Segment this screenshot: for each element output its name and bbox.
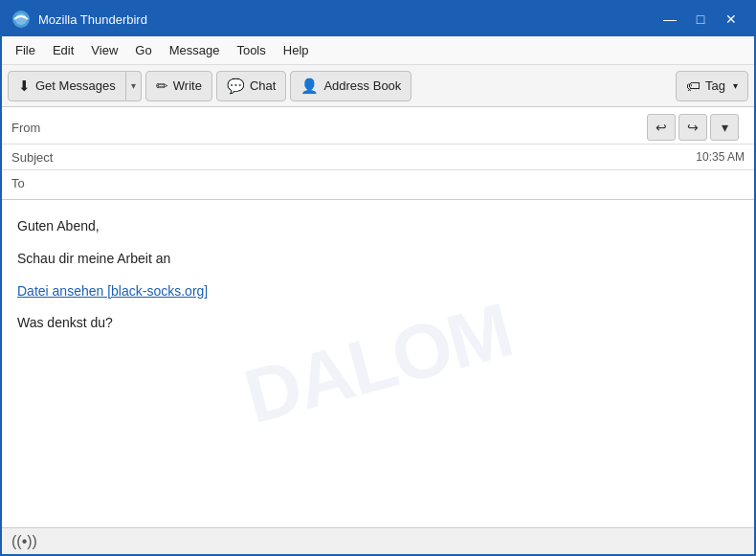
svg-point-1: [15, 13, 27, 25]
menu-message[interactable]: Message: [162, 40, 228, 60]
menu-file[interactable]: File: [8, 40, 43, 60]
tag-dropdown-icon: ▾: [733, 80, 738, 91]
back-button[interactable]: ↩: [647, 114, 676, 141]
main-window: Mozilla Thunderbird — □ ✕ File Edit View…: [0, 0, 756, 556]
write-icon: ✏: [156, 78, 168, 95]
email-header: From ↩ ↪ ▾ Subject 10:35 AM To: [2, 107, 754, 200]
menu-help[interactable]: Help: [276, 40, 317, 60]
status-bar: ((•)): [2, 527, 754, 554]
toolbar: ⬇ Get Messages ▾ ✏ Write 💬 Chat 👤 Addres…: [2, 65, 754, 107]
app-icon: [11, 10, 31, 29]
menu-bar: File Edit View Go Message Tools Help: [2, 36, 754, 65]
menu-view[interactable]: View: [83, 40, 125, 60]
chat-button[interactable]: 💬 Chat: [216, 71, 286, 101]
to-row: To: [2, 170, 754, 195]
body-link-anchor[interactable]: Datei ansehen [black-socks.org]: [17, 283, 208, 299]
address-book-label: Address Book: [323, 78, 401, 93]
forward-button[interactable]: ↪: [678, 114, 707, 141]
get-messages-button[interactable]: ⬇ Get Messages: [8, 71, 126, 101]
to-label: To: [11, 176, 64, 190]
title-bar: Mozilla Thunderbird — □ ✕: [2, 2, 754, 36]
menu-edit[interactable]: Edit: [45, 40, 81, 60]
address-book-icon: 👤: [300, 78, 319, 95]
body-line3: Was denkst du?: [17, 312, 739, 335]
tag-icon: 🏷: [686, 78, 700, 94]
body-line1: Guten Abend,: [17, 215, 739, 238]
connection-status-icon: ((•)): [11, 533, 37, 550]
body-line2: Schau dir meine Arbeit an: [17, 248, 739, 271]
get-messages-dropdown[interactable]: ▾: [126, 71, 142, 101]
from-row: From ↩ ↪ ▾: [2, 111, 754, 144]
get-messages-group: ⬇ Get Messages ▾: [8, 71, 142, 101]
from-label: From: [11, 121, 64, 135]
window-controls: — □ ✕: [656, 8, 745, 31]
close-button[interactable]: ✕: [718, 8, 745, 31]
email-content: Guten Abend, Schau dir meine Arbeit an D…: [17, 215, 739, 335]
subject-label: Subject: [11, 150, 64, 165]
get-messages-icon: ⬇: [18, 78, 31, 95]
write-button[interactable]: ✏ Write: [145, 71, 212, 101]
chat-label: Chat: [250, 78, 276, 93]
more-button[interactable]: ▾: [710, 114, 739, 141]
menu-go[interactable]: Go: [127, 40, 159, 60]
minimize-button[interactable]: —: [656, 8, 683, 31]
email-body: DALOM Guten Abend, Schau dir meine Arbei…: [2, 200, 754, 527]
tag-label: Tag: [705, 78, 725, 93]
address-book-button[interactable]: 👤 Address Book: [290, 71, 411, 101]
tag-group[interactable]: 🏷 Tag ▾: [676, 71, 748, 101]
menu-tools[interactable]: Tools: [229, 40, 273, 60]
window-title: Mozilla Thunderbird: [38, 12, 656, 27]
body-link: Datei ansehen [black-socks.org]: [17, 280, 739, 303]
subject-row: Subject 10:35 AM: [2, 145, 754, 169]
get-messages-label: Get Messages: [35, 78, 116, 93]
chat-icon: 💬: [227, 78, 245, 95]
write-label: Write: [173, 78, 202, 93]
time-display: 10:35 AM: [696, 150, 745, 164]
nav-buttons: ↩ ↪ ▾: [647, 114, 745, 141]
maximize-button[interactable]: □: [687, 8, 714, 31]
